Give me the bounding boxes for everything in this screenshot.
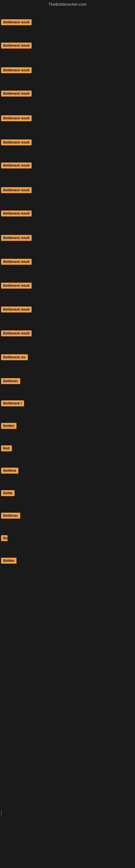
bottleneck-badge[interactable]: Bottleneck result: [1, 42, 32, 49]
bottleneck-badge[interactable]: Bottleneck result: [1, 330, 32, 336]
bottleneck-badge[interactable]: Bottleneck result: [1, 91, 32, 97]
list-item: Bottleneck res: [0, 352, 29, 363]
list-item: Bo: [0, 533, 9, 544]
list-item: Bottleneck result: [0, 233, 33, 244]
list-item: Bottleneck result: [0, 66, 33, 76]
list-item: Bottlen: [0, 421, 17, 432]
list-item: Bottleneck result: [0, 138, 33, 148]
list-item: Bottleneck result: [0, 161, 33, 171]
cursor-line: [1, 810, 1, 816]
list-item: Bottlenec: [0, 511, 21, 521]
bottleneck-badge[interactable]: Bottlen: [1, 423, 16, 429]
bottleneck-badge[interactable]: Bott: [1, 445, 12, 452]
bottleneck-badge[interactable]: Bottleneck result: [1, 67, 32, 73]
bottleneck-badge[interactable]: Bottlen: [1, 558, 16, 564]
bottleneck-badge[interactable]: Bottlenec: [1, 513, 20, 519]
bottleneck-badge[interactable]: Bottleneck res: [1, 354, 28, 360]
bottom-area: [0, 631, 135, 868]
list-item: Bottleneck result: [0, 114, 33, 124]
list-item: Bottlenec: [0, 376, 21, 387]
bottleneck-badge[interactable]: Bottleneck result: [1, 115, 32, 121]
bottleneck-badge[interactable]: Bottleneck result: [1, 140, 32, 145]
bottleneck-badge[interactable]: Bottlenec: [1, 378, 20, 384]
bottleneck-badge[interactable]: Bottleneck result: [1, 211, 32, 216]
list-item: Bottleneck result: [0, 257, 33, 268]
list-item: Bottleneck result: [0, 89, 33, 99]
list-item: Bottlen: [0, 556, 17, 566]
list-item: Bottleneck result: [0, 209, 33, 219]
list-item: Bottleneck result: [0, 41, 33, 51]
bottleneck-badge[interactable]: Bottleneck result: [1, 162, 32, 168]
bottleneck-badge[interactable]: Bottleneck result: [1, 307, 32, 312]
bottleneck-badge[interactable]: Bottleneck result: [1, 19, 32, 25]
list-item: Bottleneck r: [0, 399, 25, 409]
list-item: Bottleneck result: [0, 329, 33, 339]
bottleneck-badge[interactable]: Bottleneck result: [1, 283, 32, 289]
bottleneck-badge[interactable]: Bottleneck r: [1, 400, 24, 406]
list-item: Bottleneck result: [0, 305, 33, 315]
list-item: Bottle: [0, 489, 16, 499]
bottleneck-badge[interactable]: Bottleneck result: [1, 259, 32, 265]
list-item: Bottleneck result: [0, 281, 33, 291]
list-item: Bott: [0, 444, 13, 454]
list-item: Bottleneck result: [0, 18, 33, 28]
list-item: Bottlene: [0, 466, 19, 476]
list-item: Bottleneck result: [0, 186, 33, 196]
site-title: TheBottlenecker.com: [0, 0, 135, 8]
bottleneck-badge[interactable]: Bo: [1, 535, 8, 541]
bottleneck-badge[interactable]: Bottlene: [1, 468, 18, 474]
bottleneck-badge[interactable]: Bottleneck result: [1, 235, 32, 241]
bottleneck-badge[interactable]: Bottleneck result: [1, 187, 32, 193]
bottleneck-badge[interactable]: Bottle: [1, 490, 14, 496]
